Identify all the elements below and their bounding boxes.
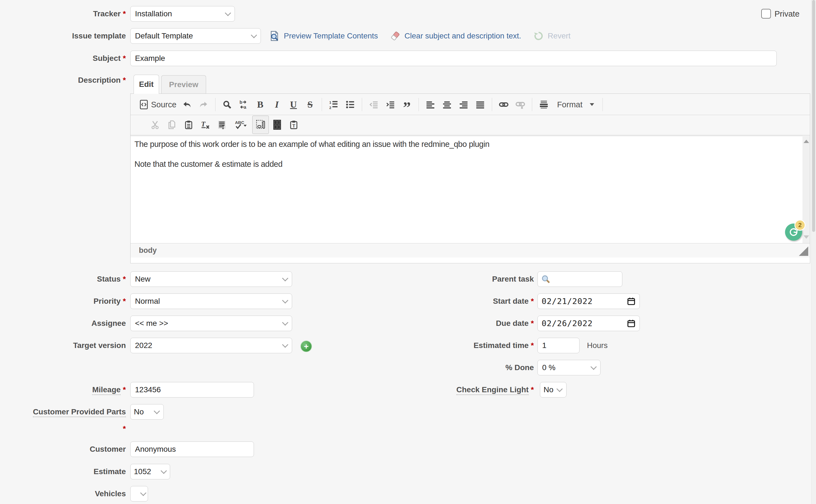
due-date-input[interactable]: 02/26/2022 [537,316,640,331]
priority-value: Normal [135,297,280,306]
status-value: New [135,275,280,284]
clear-subject-link[interactable]: Clear subject and description text. [404,32,521,40]
estimated-time-input[interactable] [537,338,579,353]
resize-handle-icon[interactable] [799,246,808,256]
replace-icon[interactable]: ba [235,95,252,114]
align-right-icon[interactable] [455,95,472,114]
underline-icon[interactable]: U [285,95,302,114]
indent-icon[interactable] [382,95,399,114]
svg-text:ABC: ABC [235,120,244,125]
eraser-icon [390,31,401,41]
priority-select[interactable]: Normal [130,293,292,309]
estimate-select[interactable]: 1052 [130,464,170,479]
check-engine-light-select[interactable]: No [540,382,566,398]
preview-template-link[interactable]: Preview Template Contents [284,32,378,40]
add-version-button[interactable]: + [300,341,312,352]
customer-provided-parts-required: * [0,421,126,437]
vehicles-label: Vehicles [0,486,126,502]
format-dropdown[interactable]: Format [552,96,599,113]
cut-icon[interactable] [147,116,164,134]
tab-edit[interactable]: Edit [134,75,159,94]
redo-icon[interactable] [195,95,212,114]
element-path[interactable]: body [139,246,157,255]
mileage-label: Mileage* [0,382,126,398]
assignee-value: << me >> [135,319,280,328]
chevron-down-icon [282,342,289,348]
select-element-icon[interactable] [252,116,269,134]
assignee-label: Assignee [0,316,126,331]
toolbar-separator [602,98,603,111]
scroll-down-icon[interactable] [804,235,809,239]
chevron-down-icon [225,10,231,16]
paste-icon[interactable] [180,116,197,134]
start-date-value: 02/21/2022 [542,297,593,306]
assignee-select[interactable]: << me >> [130,316,292,331]
paste-text-icon[interactable]: T [285,116,302,134]
undo-icon[interactable] [179,95,195,114]
unlink-icon[interactable] [512,95,529,114]
parent-task-label: Parent task [340,271,534,287]
link-icon[interactable] [495,95,512,114]
percent-done-label: % Done [340,360,534,375]
copy-icon[interactable] [164,116,180,134]
customer-label: Customer [0,441,126,457]
spellcheck-icon[interactable]: ABC [230,116,252,134]
justify-icon[interactable] [472,95,488,114]
align-left-icon[interactable] [422,95,439,114]
start-date-input[interactable]: 02/21/2022 [537,293,640,309]
chevron-down-icon [282,319,289,326]
remove-format-icon[interactable]: T [197,116,214,134]
chevron-down-icon [154,408,160,414]
editor-document[interactable]: The purpose of this work order is to be … [134,139,793,179]
svg-text:T: T [201,120,206,128]
revert-link[interactable]: Revert [548,32,570,40]
italic-icon[interactable]: I [269,95,285,114]
tracker-select[interactable]: Installation [130,6,235,22]
calendar-icon[interactable] [627,319,636,328]
description-label: Description* [0,72,126,88]
tab-preview[interactable]: Preview [161,75,206,94]
styles-icon[interactable] [536,95,552,114]
chevron-down-icon [282,297,289,304]
target-version-select[interactable]: 2022 [130,338,292,353]
blockquote-icon[interactable]: ” [399,95,415,114]
status-select[interactable]: New [130,271,292,287]
table-icon[interactable] [269,116,285,134]
issue-template-select[interactable]: Default Template [130,28,261,44]
editor-toolbar-row1: Source ba B I U S 12 ” Format [131,94,810,115]
page-scrollbar[interactable] [811,0,816,504]
bold-icon[interactable]: B [252,95,269,114]
numbered-list-icon[interactable]: 12 [325,95,342,114]
tracker-label: Tracker* [0,6,126,22]
outdent-icon[interactable] [365,95,382,114]
subject-label: Subject* [0,51,126,66]
paste-from-word-icon[interactable] [214,116,230,134]
page-scrollbar-thumb[interactable] [812,0,815,232]
editor-paragraph: The purpose of this work order is to be … [134,139,793,149]
parent-task-input[interactable] [537,271,622,287]
vehicles-select[interactable] [130,486,148,502]
customer-input[interactable] [130,441,254,457]
caret-down-icon [590,103,594,106]
align-center-icon[interactable] [439,95,455,114]
scroll-up-icon[interactable] [804,140,809,143]
private-checkbox[interactable] [761,9,771,19]
calendar-icon[interactable] [627,297,636,306]
due-date-label: Due date* [340,316,534,331]
subject-input[interactable] [130,51,777,66]
source-button[interactable]: Source [137,96,179,113]
customer-provided-parts-value: No [134,407,154,416]
target-version-value: 2022 [135,341,280,350]
editor-path-bar: body [131,243,810,258]
percent-done-select[interactable]: 0 % [537,360,601,375]
editor-content-area[interactable]: The purpose of this work order is to be … [131,135,810,243]
mileage-input[interactable] [130,382,254,398]
source-label: Source [151,100,176,109]
search-icon [541,274,550,284]
find-icon[interactable] [219,95,235,114]
customer-provided-parts-select[interactable]: No [130,404,164,420]
description-editor: Source ba B I U S 12 ” Format [130,93,810,263]
grammarly-button[interactable]: 2 [785,224,802,241]
bulleted-list-icon[interactable] [342,95,358,114]
strikethrough-icon[interactable]: S [302,95,318,114]
